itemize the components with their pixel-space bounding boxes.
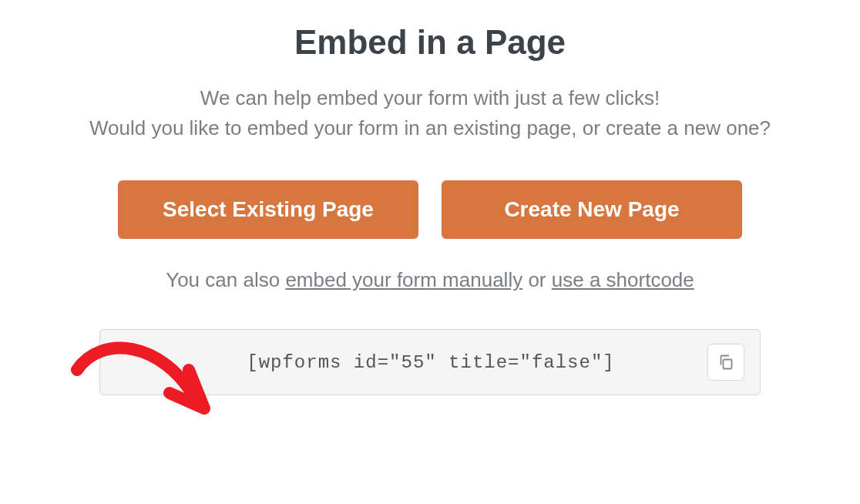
subheading-text: We can help embed your form with just a … [89, 83, 771, 143]
button-row: Select Existing Page Create New Page [118, 180, 742, 239]
create-new-page-button[interactable]: Create New Page [442, 180, 742, 239]
helper-text: You can also embed your form manually or… [166, 268, 694, 292]
helper-prefix: You can also [166, 268, 285, 291]
select-existing-page-button[interactable]: Select Existing Page [118, 180, 418, 239]
copy-shortcode-button[interactable] [707, 344, 744, 381]
copy-icon [717, 353, 735, 371]
svg-rect-0 [724, 360, 732, 369]
helper-middle: or [522, 268, 552, 291]
use-shortcode-link[interactable]: use a shortcode [552, 268, 694, 291]
shortcode-box: [wpforms id="55" title="false"] [99, 329, 761, 395]
embed-manually-link[interactable]: embed your form manually [285, 268, 522, 291]
shortcode-text: [wpforms id="55" title="false"] [116, 352, 707, 373]
page-title: Embed in a Page [294, 23, 566, 62]
